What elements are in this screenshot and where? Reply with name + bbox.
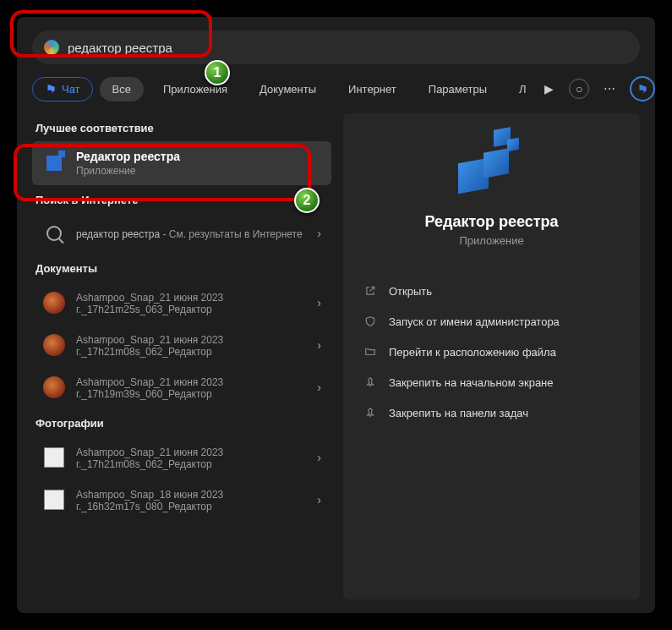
tab-more-cut[interactable]: Л	[506, 77, 532, 101]
result-document[interactable]: Ashampoo_Snap_21 июня 2023 г._17h21m25s_…	[32, 282, 331, 324]
result-subtitle: Приложение	[76, 165, 321, 177]
action-open-location-label: Перейти к расположению файла	[389, 346, 556, 359]
bing-chat-icon	[45, 83, 57, 95]
chevron-right-icon: ›	[317, 451, 321, 464]
account-circle-icon[interactable]: ○	[569, 79, 589, 99]
section-photos: Фотографии	[36, 417, 328, 430]
results-panel: Лучшее соответствие Редактор реестра При…	[32, 113, 331, 600]
tab-all-label: Все	[112, 83, 131, 96]
tab-documents[interactable]: Документы	[247, 77, 329, 101]
snap-file-icon	[43, 334, 65, 356]
result-photo[interactable]: Ashampoo_Snap_18 июня 2023 г._16h32m17s_…	[32, 479, 331, 521]
result-document[interactable]: Ashampoo_Snap_21 июня 2023 г._17h21m08s_…	[32, 324, 331, 366]
doc-title: Ashampoo_Snap_21 июня 2023 г._17h21m08s_…	[76, 334, 307, 358]
action-run-admin-label: Запуск от имени администратора	[389, 315, 560, 328]
tab-internet[interactable]: Интернет	[336, 77, 409, 101]
web-suffix: - См. результаты в Интернете	[160, 228, 303, 240]
doc-title: Ashampoo_Snap_21 июня 2023 г._17h19m39s_…	[76, 376, 307, 400]
doc-title: Ashampoo_Snap_21 июня 2023 г._17h21m25s_…	[76, 292, 307, 315]
tab-chat[interactable]: Чат	[32, 77, 93, 101]
regedit-icon	[46, 156, 62, 171]
search-icon	[46, 226, 62, 241]
pin-icon	[363, 406, 377, 419]
shield-icon	[363, 315, 377, 328]
action-pin-start[interactable]: Закрепить на начальном экране	[358, 369, 625, 396]
search-brand-icon	[44, 40, 59, 55]
snap-file-icon	[43, 292, 65, 314]
action-run-admin[interactable]: Запуск от имени администратора	[358, 308, 625, 335]
tab-all[interactable]: Все	[100, 77, 144, 101]
result-photo[interactable]: Ashampoo_Snap_21 июня 2023 г._17h21m08s_…	[32, 436, 331, 479]
open-icon	[363, 284, 377, 298]
tab-settings[interactable]: Параметры	[416, 77, 500, 101]
annotation-callout-1: 1	[205, 60, 230, 85]
scroll-right-icon[interactable]: ▶	[538, 79, 559, 99]
chevron-right-icon: ›	[317, 296, 321, 310]
folder-icon	[363, 345, 377, 359]
section-web: Поиск в Интернете	[36, 194, 328, 206]
chevron-right-icon: ›	[317, 381, 321, 394]
tab-documents-label: Документы	[260, 83, 316, 96]
result-best-regedit[interactable]: Редактор реестра Приложение	[32, 141, 331, 185]
tab-more-label: Л	[519, 83, 527, 96]
chevron-right-icon: ›	[317, 227, 321, 240]
search-bar[interactable]	[32, 30, 640, 64]
result-document[interactable]: Ashampoo_Snap_21 июня 2023 г._17h19m39s_…	[32, 366, 331, 408]
chevron-right-icon: ›	[317, 493, 321, 507]
chevron-right-icon: ›	[317, 338, 321, 352]
action-open[interactable]: Открыть	[358, 277, 625, 304]
pin-icon	[363, 375, 377, 389]
photo-title: Ashampoo_Snap_18 июня 2023 г._16h32m17s_…	[76, 489, 307, 512]
preview-panel: Редактор реестра Приложение Открыть Запу…	[343, 113, 640, 600]
web-query: редактор реестра	[76, 228, 160, 240]
action-pin-start-label: Закрепить на начальном экране	[389, 376, 554, 389]
tab-settings-label: Параметры	[429, 83, 487, 96]
action-open-label: Открыть	[389, 285, 432, 298]
section-best-match: Лучшее соответствие	[36, 122, 328, 134]
search-window: Чат Все Приложения Документы Интернет Па…	[17, 17, 655, 613]
photo-title: Ashampoo_Snap_21 июня 2023 г._17h21m08s_…	[76, 446, 307, 470]
image-file-icon	[44, 490, 64, 510]
snap-file-icon	[43, 376, 65, 398]
result-title: Редактор реестра	[76, 150, 321, 163]
filter-tabs: Чат Все Приложения Документы Интернет Па…	[32, 76, 640, 101]
image-file-icon	[44, 447, 64, 468]
annotation-callout-2: 2	[294, 188, 320, 213]
section-documents: Документы	[36, 262, 328, 275]
preview-subtitle: Приложение	[358, 234, 625, 247]
preview-title: Редактор реестра	[358, 213, 625, 231]
bing-icon[interactable]	[630, 76, 655, 101]
action-open-location[interactable]: Перейти к расположению файла	[358, 338, 625, 365]
result-web-search[interactable]: редактор реестра - См. результаты в Инте…	[32, 213, 331, 254]
tab-internet-label: Интернет	[348, 83, 396, 96]
tab-chat-label: Чат	[62, 83, 80, 96]
more-options-icon[interactable]: ⋯	[599, 79, 620, 99]
regedit-large-icon	[458, 135, 526, 194]
search-input[interactable]	[68, 41, 628, 55]
action-pin-taskbar[interactable]: Закрепить на панели задач	[358, 399, 625, 426]
preview-actions: Открыть Запуск от имени администратора П…	[358, 277, 625, 426]
action-pin-taskbar-label: Закрепить на панели задач	[389, 407, 528, 419]
